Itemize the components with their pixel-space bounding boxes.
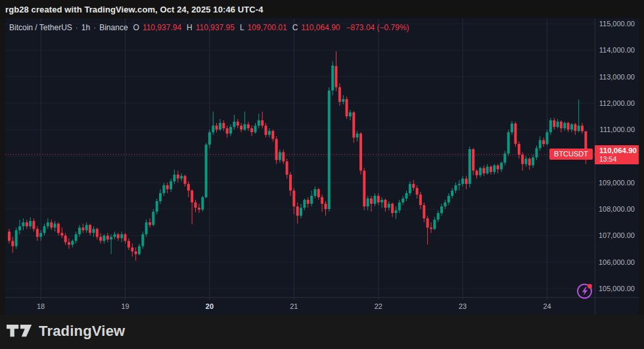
attribution-bar: rgb28 created with TradingView.com, Oct …	[0, 0, 644, 18]
candle-body	[370, 198, 373, 204]
candle-body	[560, 122, 563, 128]
candle-body	[36, 229, 39, 237]
candle-body	[99, 237, 102, 241]
candle-body	[521, 155, 524, 164]
candle-body	[546, 132, 549, 144]
price-tick-label: 105,000.00	[599, 285, 635, 292]
candle-body	[222, 123, 225, 128]
candle-body	[81, 227, 84, 230]
candle-body	[325, 204, 327, 209]
close-label: C	[292, 23, 298, 32]
candle-body	[11, 241, 14, 246]
candle-body	[152, 212, 154, 225]
price-tick-label: 111,000.00	[600, 126, 635, 133]
candle-body	[503, 154, 506, 163]
candle-body	[437, 213, 440, 220]
candle-body	[15, 230, 18, 246]
candle-body	[103, 235, 105, 241]
candle-body	[96, 229, 99, 237]
candle-body	[191, 191, 193, 202]
candle-body	[313, 189, 316, 196]
candle-body	[180, 176, 183, 179]
symbol-tag: BTCUSDT	[549, 149, 593, 160]
candle-body	[201, 197, 204, 210]
candle-body	[226, 128, 229, 133]
candle-body	[22, 222, 24, 226]
candle-body	[553, 120, 555, 127]
candle-body	[310, 196, 313, 204]
candle-body	[402, 198, 404, 202]
candle-body	[574, 124, 576, 131]
candle-body	[85, 225, 88, 230]
candle-body	[177, 175, 179, 179]
candle-body	[145, 222, 148, 234]
high-value: 110,937.95	[196, 23, 235, 32]
candle-body	[430, 227, 432, 229]
candle-body	[518, 144, 520, 155]
candle-body	[405, 193, 408, 198]
candle-body	[359, 133, 362, 170]
candle-body	[486, 167, 489, 174]
candlestick-chart[interactable]	[5, 18, 639, 315]
symbol-legend: Bitcoin / TetherUS · 1h · Binance O 110,…	[9, 23, 409, 32]
candle-body	[261, 120, 264, 126]
candle-wick	[62, 227, 62, 238]
candle-body	[321, 197, 323, 204]
candle-body	[409, 184, 411, 193]
candle-body	[490, 167, 492, 172]
candle-body	[229, 127, 232, 133]
candle-body	[170, 181, 172, 189]
candle-body	[398, 202, 401, 210]
candle-body	[300, 208, 302, 216]
candle-body	[570, 124, 573, 129]
candle-body	[237, 122, 239, 126]
candle-body	[500, 163, 503, 170]
candle-body	[423, 205, 425, 218]
candle-body	[342, 99, 344, 102]
candle-body	[307, 200, 310, 204]
candle-body	[205, 145, 208, 197]
tradingview-logo[interactable]: TradingView	[7, 323, 125, 340]
last-price-value: 110,064.90	[599, 147, 639, 154]
candle-body	[479, 168, 482, 175]
candle-body	[349, 112, 352, 116]
candle-body	[50, 222, 53, 227]
chart-pane[interactable]: Bitcoin / TetherUS · 1h · Binance O 110,…	[5, 18, 639, 315]
candle-body	[367, 198, 369, 206]
tradingview-wordmark: TradingView	[39, 323, 125, 340]
candle-body	[243, 124, 246, 129]
lightning-icon[interactable]	[576, 283, 593, 300]
candle-body	[557, 122, 559, 127]
candle-body	[581, 126, 584, 131]
candle-body	[258, 120, 260, 126]
candle-body	[528, 159, 531, 166]
candle-body	[335, 66, 338, 87]
candle-body	[219, 123, 221, 129]
candle-body	[187, 184, 190, 191]
candle-body	[156, 201, 158, 212]
candle-body	[216, 126, 218, 129]
candle-body	[384, 200, 386, 208]
candle-body	[106, 235, 109, 239]
time-tick-label: 22	[375, 302, 382, 310]
candle-body	[472, 149, 474, 171]
candle-body	[162, 185, 165, 193]
candle-body	[75, 234, 78, 241]
price-tick-label: 107,000.00	[599, 231, 635, 239]
candle-body	[78, 227, 81, 234]
legend-separator: ·	[93, 23, 96, 32]
low-value: 109,700.01	[248, 23, 287, 32]
candle-body	[451, 191, 453, 196]
candle-body	[352, 112, 355, 137]
candle-body	[391, 204, 394, 213]
candle-body	[338, 87, 341, 102]
candle-wick	[382, 197, 382, 208]
candle-body	[482, 168, 485, 174]
candle-body	[578, 126, 580, 131]
candle-body	[8, 231, 11, 241]
candle-body	[380, 200, 383, 202]
candle-body	[254, 126, 257, 132]
interval-label: 1h	[81, 23, 90, 32]
candle-body	[377, 196, 380, 202]
candle-body	[114, 234, 116, 237]
